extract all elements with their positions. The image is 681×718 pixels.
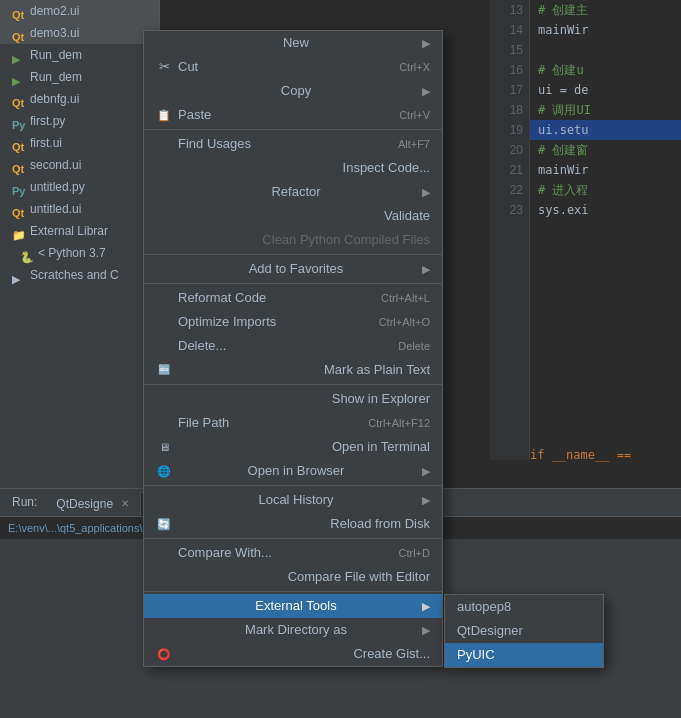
menu-item-refactor[interactable]: Refactor ▶ (144, 180, 442, 204)
menu-label: Copy (281, 79, 311, 103)
tree-item-demo3ui[interactable]: Qt demo3.ui (0, 22, 159, 44)
submenu-arrow: ▶ (422, 79, 430, 103)
menu-item-show-explorer[interactable]: Show in Explorer (144, 387, 442, 411)
menu-shortcut: Ctrl+Alt+F12 (368, 411, 430, 435)
ui-icon: Qt (12, 26, 26, 40)
ui-icon: Qt (12, 92, 26, 106)
menu-shortcut: Ctrl+Alt+L (381, 286, 430, 310)
context-menu: New ▶ ✂ Cut Ctrl+X Copy ▶ 📋 Paste Ctrl+V… (143, 30, 443, 667)
paste-icon: 📋 (156, 103, 172, 127)
external-tools-submenu: autopep8 QtDesigner PyUIC (444, 594, 604, 668)
submenu-arrow: ▶ (422, 257, 430, 281)
tree-item-rundem2[interactable]: ▶ Run_dem (0, 66, 159, 88)
tree-item-label: second.ui (30, 154, 81, 176)
menu-item-add-favorites[interactable]: Add to Favorites ▶ (144, 257, 442, 281)
ui-icon: Qt (12, 158, 26, 172)
menu-item-cut[interactable]: ✂ Cut Ctrl+X (144, 55, 442, 79)
menu-item-mark-directory[interactable]: Mark Directory as ▶ (144, 618, 442, 642)
tree-item-secondui[interactable]: Qt second.ui (0, 154, 159, 176)
tree-item-debnfgui[interactable]: Qt debnfg.ui (0, 88, 159, 110)
menu-label: Reformat Code (178, 286, 266, 310)
tree-item-rundem1[interactable]: ▶ Run_dem (0, 44, 159, 66)
menu-item-external-tools[interactable]: External Tools ▶ autopep8 QtDesigner PyU… (144, 594, 442, 618)
separator (144, 384, 442, 385)
menu-item-reload-disk[interactable]: 🔄 Reload from Disk (144, 512, 442, 536)
menu-label: Compare File with Editor (288, 565, 430, 589)
menu-label: autopep8 (457, 595, 511, 619)
menu-shortcut: Ctrl+Alt+O (379, 310, 430, 334)
run-icon: ▶ (12, 48, 26, 62)
tab-close-button[interactable]: ✕ (121, 492, 129, 516)
tree-item-untitledui[interactable]: Qt untitled.ui (0, 198, 159, 220)
menu-item-open-browser[interactable]: 🌐 Open in Browser ▶ (144, 459, 442, 483)
menu-item-optimize-imports[interactable]: Optimize Imports Ctrl+Alt+O (144, 310, 442, 334)
menu-label: QtDesigner (457, 619, 523, 643)
menu-item-reformat[interactable]: Reformat Code Ctrl+Alt+L (144, 286, 442, 310)
plain-text-icon: 🔤 (156, 358, 172, 382)
menu-item-qtdesigner[interactable]: QtDesigner (445, 619, 603, 643)
menu-item-delete[interactable]: Delete... Delete (144, 334, 442, 358)
menu-item-autopep8[interactable]: autopep8 (445, 595, 603, 619)
menu-item-paste[interactable]: 📋 Paste Ctrl+V (144, 103, 442, 127)
tree-item-python37[interactable]: 🐍 < Python 3.7 (0, 242, 159, 264)
browser-icon: 🌐 (156, 459, 172, 483)
menu-item-mark-plain[interactable]: 🔤 Mark as Plain Text (144, 358, 442, 382)
tree-item-label: untitled.ui (30, 198, 81, 220)
menu-item-local-history[interactable]: Local History ▶ (144, 488, 442, 512)
ui-icon: Qt (12, 202, 26, 216)
run-label: Run: (4, 488, 45, 516)
menu-label: Reload from Disk (330, 512, 430, 536)
separator (144, 129, 442, 130)
menu-shortcut: Ctrl+D (399, 541, 430, 565)
menu-shortcut: Delete (398, 334, 430, 358)
cut-icon: ✂ (156, 55, 172, 79)
menu-label: File Path (178, 411, 229, 435)
bottom-tab-qtdesigner1[interactable]: QtDesigne ✕ (45, 492, 140, 516)
menu-label: PyUIC (457, 643, 495, 667)
menu-label: Cut (178, 55, 198, 79)
tree-item-label: Run_dem (30, 44, 82, 66)
menu-item-compare-with[interactable]: Compare With... Ctrl+D (144, 541, 442, 565)
menu-label: Create Gist... (353, 642, 430, 666)
submenu-arrow: ▶ (422, 488, 430, 512)
tree-item-demo2ui[interactable]: Qt demo2.ui (0, 0, 159, 22)
folder-icon: 📁 (12, 224, 26, 238)
tree-item-label: < Python 3.7 (38, 242, 106, 264)
menu-label: Compare With... (178, 541, 272, 565)
menu-label: Refactor (271, 180, 320, 204)
menu-item-find-usages[interactable]: Find Usages Alt+F7 (144, 132, 442, 156)
menu-item-validate[interactable]: Validate (144, 204, 442, 228)
menu-label: New (283, 31, 309, 55)
separator (144, 538, 442, 539)
menu-item-compare-editor[interactable]: Compare File with Editor (144, 565, 442, 589)
menu-label: Inspect Code... (343, 156, 430, 180)
tree-item-untitledpy[interactable]: Py untitled.py (0, 176, 159, 198)
menu-shortcut: Alt+F7 (398, 132, 430, 156)
menu-item-pyuic[interactable]: PyUIC (445, 643, 603, 667)
menu-item-file-path[interactable]: File Path Ctrl+Alt+F12 (144, 411, 442, 435)
folder-icon: ▶ (12, 268, 26, 282)
run-icon: ▶ (12, 70, 26, 84)
terminal-icon: 🖥 (156, 435, 172, 459)
submenu-arrow: ▶ (422, 459, 430, 483)
menu-label: Mark Directory as (245, 618, 347, 642)
tree-item-firstpy[interactable]: Py first.py (0, 110, 159, 132)
menu-label: Validate (384, 204, 430, 228)
tree-item-firstui[interactable]: Qt first.ui (0, 132, 159, 154)
py-icon: Py (12, 114, 26, 128)
menu-item-create-gist[interactable]: ⭕ Create Gist... (144, 642, 442, 666)
menu-item-new[interactable]: New ▶ (144, 31, 442, 55)
menu-item-open-terminal[interactable]: 🖥 Open in Terminal (144, 435, 442, 459)
submenu-arrow: ▶ (422, 594, 430, 618)
tree-item-label: demo3.ui (30, 22, 79, 44)
tree-item-label: debnfg.ui (30, 88, 79, 110)
tree-item-external-libraries[interactable]: 📁 External Librar (0, 220, 159, 242)
menu-label: Local History (258, 488, 333, 512)
menu-label: Paste (178, 103, 211, 127)
menu-item-inspect-code[interactable]: Inspect Code... (144, 156, 442, 180)
tree-item-scratches[interactable]: ▶ Scratches and C (0, 264, 159, 286)
menu-label: Find Usages (178, 132, 251, 156)
tree-item-label: Scratches and C (30, 264, 119, 286)
menu-item-copy[interactable]: Copy ▶ (144, 79, 442, 103)
submenu-arrow: ▶ (422, 180, 430, 204)
